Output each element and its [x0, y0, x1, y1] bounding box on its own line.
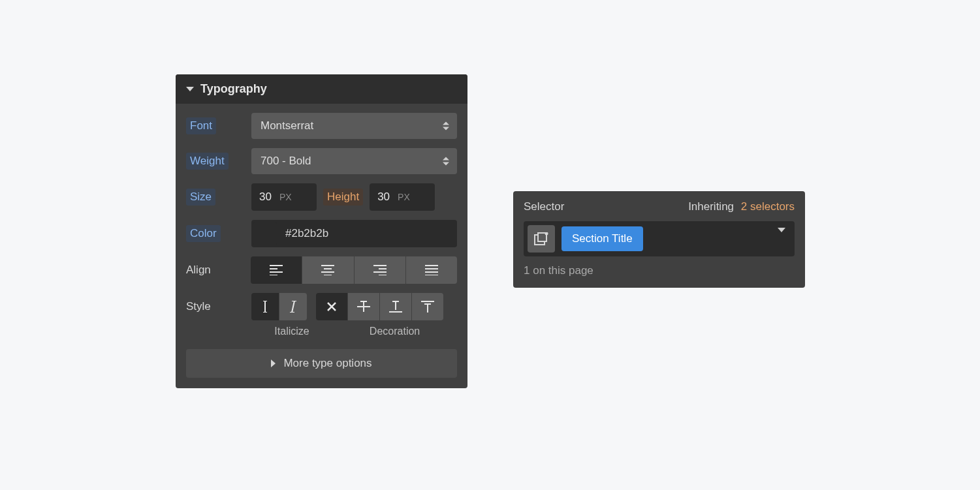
italic-icon: [289, 301, 298, 313]
collapse-icon: [186, 87, 194, 91]
font-value: Montserrat: [261, 119, 313, 132]
align-row: Align: [186, 256, 457, 284]
selector-input[interactable]: Section Title: [524, 221, 795, 256]
strikethrough-button[interactable]: [348, 293, 380, 320]
parent-selector-button[interactable]: [528, 225, 555, 253]
weight-label: Weight: [186, 153, 229, 170]
style-label: Style: [186, 300, 211, 313]
font-select[interactable]: Montserrat: [251, 113, 457, 139]
size-input[interactable]: 30 PX: [251, 183, 317, 211]
size-value: 30: [251, 191, 279, 204]
italicize-group: [251, 293, 307, 320]
selector-header: Selector Inheriting 2 selectors: [524, 200, 795, 213]
underline-button[interactable]: [380, 293, 412, 320]
overline-icon: [421, 301, 434, 313]
align-left-icon: [270, 265, 283, 275]
size-unit: PX: [279, 192, 301, 202]
panel-title: Typography: [200, 82, 267, 96]
font-row: Font Montserrat: [186, 113, 457, 139]
color-row: Color #2b2b2b: [186, 220, 457, 247]
typography-header[interactable]: Typography: [176, 74, 467, 104]
size-label: Size: [186, 189, 215, 206]
align-right-button[interactable]: [355, 256, 406, 284]
align-center-icon: [321, 265, 334, 275]
height-input[interactable]: 30 PX: [370, 183, 435, 211]
selector-target-icon: [534, 232, 548, 245]
style-row: Style: [186, 293, 457, 320]
more-type-options-button[interactable]: More type options: [186, 349, 457, 378]
inheriting-count[interactable]: 2 selectors: [741, 200, 795, 213]
selector-tag[interactable]: Section Title: [561, 226, 643, 251]
select-caret-icon: [443, 122, 449, 130]
selector-label: Selector: [524, 200, 564, 213]
height-value: 30: [370, 191, 398, 204]
expand-icon: [271, 360, 276, 367]
overline-button[interactable]: [412, 293, 443, 320]
decoration-none-button[interactable]: [316, 293, 348, 320]
height-label: Height: [323, 189, 363, 206]
align-justify-button[interactable]: [406, 256, 457, 284]
inheriting-label: Inheriting: [688, 200, 734, 213]
upright-icon: [261, 301, 270, 313]
style-sublabels: Italicize Decoration: [251, 326, 457, 337]
height-unit: PX: [398, 192, 419, 202]
typography-body: Font Montserrat Weight 700 - Bold Size 3…: [176, 104, 467, 388]
size-row: Size 30 PX Height 30 PX: [186, 183, 457, 211]
color-value: #2b2b2b: [279, 227, 328, 240]
italic-off-button[interactable]: [251, 293, 279, 320]
more-label: More type options: [283, 357, 371, 370]
weight-value: 700 - Bold: [261, 155, 311, 168]
align-justify-icon: [425, 265, 438, 275]
align-label: Align: [186, 264, 211, 276]
selector-dropdown-icon[interactable]: [778, 232, 785, 245]
align-group: [251, 256, 457, 284]
decoration-sublabel: Decoration: [332, 326, 457, 337]
align-right-icon: [373, 265, 387, 275]
selector-page-count: 1 on this page: [524, 264, 795, 277]
x-icon: [326, 301, 337, 312]
selector-panel: Selector Inheriting 2 selectors Section …: [513, 191, 805, 288]
color-input[interactable]: #2b2b2b: [251, 220, 457, 247]
color-label: Color: [186, 225, 221, 242]
underline-icon: [389, 301, 402, 313]
weight-row: Weight 700 - Bold: [186, 148, 457, 174]
italic-on-button[interactable]: [279, 293, 307, 320]
decoration-group: [316, 293, 443, 320]
align-center-button[interactable]: [302, 256, 354, 284]
strikethrough-icon: [357, 301, 370, 313]
font-label: Font: [186, 117, 216, 134]
weight-select[interactable]: 700 - Bold: [251, 148, 457, 174]
align-left-button[interactable]: [251, 256, 302, 284]
select-caret-icon: [443, 157, 449, 166]
typography-panel: Typography Font Montserrat Weight 700 - …: [176, 74, 467, 388]
italicize-sublabel: Italicize: [251, 326, 332, 337]
color-swatch[interactable]: [253, 222, 277, 245]
